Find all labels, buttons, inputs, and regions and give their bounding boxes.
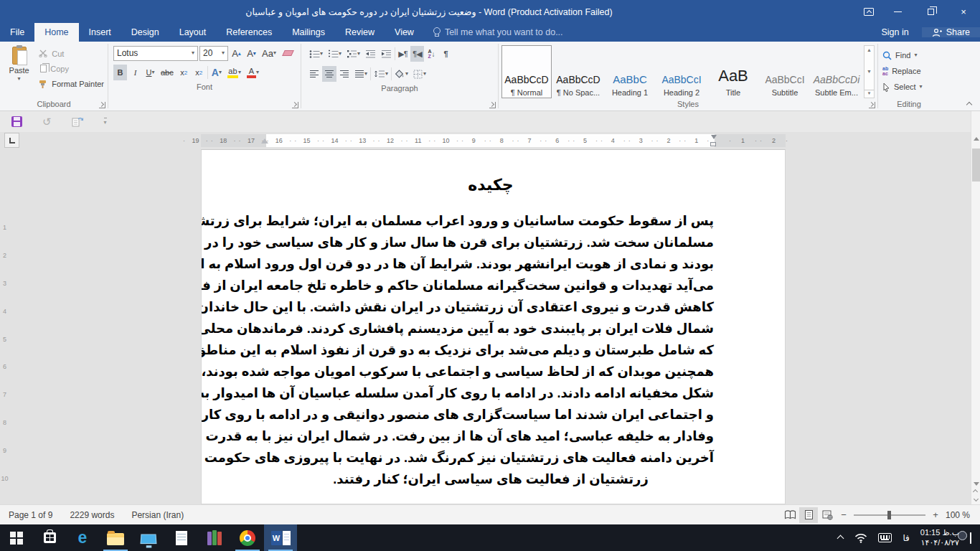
- redo-typing-icon[interactable]: [72, 116, 84, 127]
- subscript-button[interactable]: x2: [177, 65, 191, 80]
- clipboard-dialog-launcher[interactable]: [99, 102, 105, 108]
- restore-button[interactable]: [914, 0, 947, 23]
- ltr-direction-button[interactable]: ▶¶: [396, 46, 410, 62]
- taskbar-chrome[interactable]: [231, 524, 264, 551]
- vertical-ruler[interactable]: 12345678910: [0, 149, 9, 504]
- sign-in-link[interactable]: Sign in: [870, 27, 920, 37]
- sort-button[interactable]: AZ↓: [425, 46, 438, 62]
- ribbon-tab[interactable]: References: [216, 23, 282, 42]
- start-button[interactable]: [0, 524, 33, 551]
- word-count[interactable]: 2229 words: [61, 510, 123, 520]
- ribbon-tab[interactable]: Layout: [169, 23, 217, 42]
- clear-formatting-button[interactable]: [280, 45, 295, 61]
- highlight-color-button[interactable]: ab▾: [225, 65, 243, 80]
- hanging-indent-marker[interactable]: [261, 138, 268, 143]
- language-indicator[interactable]: Persian (Iran): [123, 510, 192, 520]
- bullets-button[interactable]: ▾: [307, 46, 325, 62]
- zoom-slider[interactable]: [854, 514, 925, 516]
- style-heading-1[interactable]: AaBbCHeading 1: [605, 45, 655, 98]
- ribbon-tab[interactable]: File: [0, 23, 34, 42]
- ribbon-tab[interactable]: Home: [34, 23, 78, 42]
- increase-indent-button[interactable]: [379, 46, 394, 62]
- vertical-scrollbar[interactable]: [971, 111, 980, 504]
- align-left-button[interactable]: [307, 66, 321, 82]
- grow-font-button[interactable]: A▴: [230, 45, 243, 61]
- touch-keyboard-icon[interactable]: [878, 533, 892, 542]
- style-normal[interactable]: AaBbCcD¶ Normal: [501, 45, 552, 98]
- line-spacing-button[interactable]: ▾: [372, 66, 390, 82]
- hidden-icons-chevron[interactable]: [837, 534, 844, 541]
- change-case-button[interactable]: Aa▾: [260, 45, 278, 61]
- read-mode-button[interactable]: [781, 507, 799, 523]
- previous-page-button[interactable]: [974, 490, 978, 494]
- rtl-direction-button[interactable]: ¶◀: [410, 46, 424, 62]
- show-paragraph-marks-button[interactable]: ¶: [439, 46, 453, 62]
- scroll-up-arrow[interactable]: [974, 137, 979, 141]
- taskbar-word[interactable]: W: [264, 524, 297, 551]
- shading-button[interactable]: ▾: [392, 66, 410, 82]
- taskbar-edge[interactable]: e: [66, 524, 99, 551]
- font-color-button[interactable]: A▾: [245, 65, 261, 80]
- share-button[interactable]: Share: [922, 27, 980, 37]
- taskbar-notepad[interactable]: [165, 524, 198, 551]
- cut-button[interactable]: Cut: [37, 46, 106, 61]
- copy-button[interactable]: Copy: [37, 61, 106, 76]
- style-no-spacing[interactable]: AaBbCcD¶ No Spac...: [553, 45, 603, 98]
- zoom-slider-thumb[interactable]: [887, 511, 891, 519]
- italic-button[interactable]: I: [128, 65, 142, 80]
- strikethrough-button[interactable]: abc: [159, 65, 176, 80]
- tell-me-box[interactable]: Tell me what you want to do...: [424, 23, 572, 42]
- paragraph-dialog-launcher[interactable]: [489, 102, 496, 108]
- shrink-font-button[interactable]: A▾: [245, 45, 258, 61]
- scrollbar-thumb[interactable]: [972, 149, 980, 182]
- zoom-percentage[interactable]: 100 %: [943, 510, 980, 520]
- replace-button[interactable]: abac Replace: [882, 66, 936, 76]
- wifi-icon[interactable]: [854, 533, 867, 543]
- superscript-button[interactable]: x2: [192, 65, 206, 80]
- multilevel-list-button[interactable]: ▾: [344, 46, 362, 62]
- taskbar-winrar[interactable]: [198, 524, 231, 551]
- styles-gallery-scroll[interactable]: ▲▼▾: [864, 45, 875, 98]
- close-button[interactable]: ×: [947, 0, 980, 23]
- underline-button[interactable]: U▾: [143, 65, 157, 80]
- decrease-indent-button[interactable]: [363, 46, 378, 62]
- select-button[interactable]: Select▾: [882, 83, 936, 92]
- next-page-button[interactable]: [974, 497, 978, 501]
- bold-button[interactable]: B: [113, 65, 127, 80]
- font-dialog-launcher[interactable]: [292, 102, 298, 108]
- taskbar-store[interactable]: [33, 524, 66, 551]
- taskbar-file-explorer[interactable]: [99, 524, 132, 551]
- ribbon-tab[interactable]: Design: [121, 23, 169, 42]
- language-badge[interactable]: فا: [903, 533, 909, 543]
- customize-qat-arrow[interactable]: ▾: [104, 118, 107, 126]
- zoom-out-button[interactable]: −: [837, 509, 851, 520]
- zoom-in-button[interactable]: +: [928, 509, 943, 520]
- style-title[interactable]: AaBTitle: [708, 45, 758, 98]
- document-text[interactable]: چکیده پس از سقوط حکومت ساسانیان و ورود ا…: [202, 150, 785, 504]
- document-page[interactable]: چکیده پس از سقوط حکومت ساسانیان و ورود ا…: [201, 149, 786, 504]
- indent-marker-box[interactable]: [710, 142, 716, 146]
- numbering-button[interactable]: ▾: [326, 46, 344, 62]
- minimize-button[interactable]: [881, 0, 914, 23]
- clock[interactable]: 01:15 ب.ظ ۱۴۰۴/۰۸/۲۷: [920, 528, 959, 547]
- styles-dialog-launcher[interactable]: [869, 102, 875, 108]
- style-subtle-emphasis[interactable]: AaBbCcDiSubtle Em...: [811, 45, 862, 98]
- align-center-button[interactable]: [322, 66, 336, 82]
- ribbon-display-options-icon[interactable]: [857, 0, 881, 23]
- find-button[interactable]: Find▾: [882, 51, 936, 60]
- action-center-button[interactable]: [970, 533, 971, 543]
- justify-button[interactable]: ▾: [352, 66, 369, 82]
- save-icon[interactable]: [11, 116, 22, 127]
- paste-button[interactable]: Paste ▾: [1, 43, 37, 99]
- style-subtitle[interactable]: AaBbCcISubtitle: [760, 45, 810, 98]
- ribbon-tab[interactable]: Mailings: [282, 23, 335, 42]
- paste-dropdown-arrow[interactable]: ▾: [18, 76, 21, 82]
- format-painter-button[interactable]: Format Painter: [37, 76, 106, 91]
- font-name-combo[interactable]: Lotus▾: [113, 46, 198, 61]
- collapse-ribbon-button[interactable]: [966, 102, 973, 106]
- font-size-combo[interactable]: 20▾: [199, 46, 228, 61]
- scroll-down-arrow[interactable]: [974, 482, 979, 486]
- align-right-button[interactable]: [337, 66, 352, 82]
- web-layout-button[interactable]: [818, 507, 837, 523]
- ribbon-tab[interactable]: View: [385, 23, 424, 42]
